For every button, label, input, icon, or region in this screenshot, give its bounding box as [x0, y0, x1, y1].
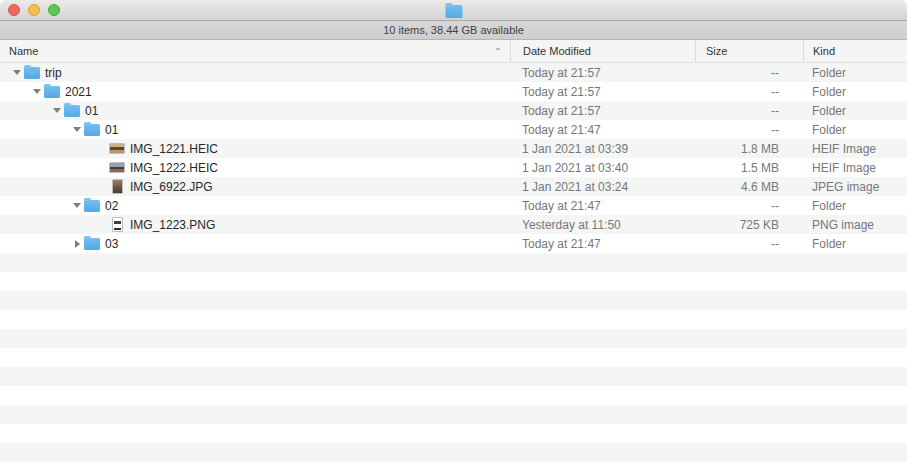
indent-spacer [0, 72, 10, 73]
indent-spacer [0, 186, 95, 187]
folder-icon [84, 236, 100, 252]
size-cell: 4.6 MB [695, 177, 803, 196]
image-thumbnail-icon [109, 160, 125, 176]
date-modified-cell: Today at 21:47 [510, 196, 695, 215]
name-cell: IMG_6922.JPG [0, 177, 510, 196]
column-header-date-modified[interactable]: Date Modified [510, 40, 695, 62]
file-name-label: 03 [105, 237, 118, 251]
kind-cell: Folder [803, 82, 907, 101]
file-name-label: 02 [105, 199, 118, 213]
date-modified-cell: Yesterday at 11:50 [510, 215, 695, 234]
kind-cell: Folder [803, 196, 907, 215]
disclosure-triangle-icon[interactable] [70, 203, 84, 208]
indent-spacer [0, 110, 50, 111]
list-item[interactable]: tripToday at 21:57--Folder [0, 63, 907, 82]
disclosure-triangle-icon[interactable] [50, 108, 64, 113]
kind-cell: Folder [803, 234, 907, 253]
list-item[interactable]: IMG_6922.JPG1 Jan 2021 at 03:244.6 MBJPE… [0, 177, 907, 196]
size-cell: -- [695, 82, 803, 101]
name-cell: IMG_1222.HEIC [0, 158, 510, 177]
file-name-label: IMG_1222.HEIC [130, 161, 218, 175]
indent-spacer [0, 205, 70, 206]
list-item[interactable]: IMG_1222.HEIC1 Jan 2021 at 03:401.5 MBHE… [0, 158, 907, 177]
folder-icon [44, 84, 60, 100]
name-cell: IMG_1223.PNG [0, 215, 510, 234]
indent-spacer [0, 91, 30, 92]
column-headers: Name ⌃ Date Modified Size Kind [0, 40, 907, 63]
title-bar[interactable] [0, 0, 907, 21]
kind-cell: Folder [803, 120, 907, 139]
indent-spacer [0, 129, 70, 130]
name-cell: 01 [0, 101, 510, 120]
kind-cell: PNG image [803, 215, 907, 234]
folder-icon [64, 103, 80, 119]
name-cell: IMG_1221.HEIC [0, 139, 510, 158]
list-item[interactable]: 2021Today at 21:57--Folder [0, 82, 907, 101]
zoom-button[interactable] [48, 4, 60, 16]
proxy-folder-icon[interactable] [445, 5, 462, 18]
close-button[interactable] [8, 4, 20, 16]
name-cell: 03 [0, 234, 510, 253]
name-cell: 01 [0, 120, 510, 139]
sort-ascending-icon: ⌃ [494, 47, 502, 57]
size-cell: -- [695, 63, 803, 82]
image-thumbnail-icon [109, 217, 125, 233]
size-cell: 1.8 MB [695, 139, 803, 158]
indent-spacer [0, 243, 70, 244]
size-cell: 1.5 MB [695, 158, 803, 177]
folder-icon [24, 65, 40, 81]
disclosure-triangle-icon[interactable] [30, 89, 44, 94]
list-item[interactable]: IMG_1223.PNGYesterday at 11:50725 KBPNG … [0, 215, 907, 234]
column-header-kind[interactable]: Kind [803, 40, 907, 62]
folder-icon [445, 5, 462, 18]
status-bar: 10 items, 38.44 GB available [0, 21, 907, 40]
kind-cell: JPEG image [803, 177, 907, 196]
column-header-size[interactable]: Size [695, 40, 803, 62]
date-modified-cell: Today at 21:57 [510, 82, 695, 101]
image-thumbnail-icon [109, 141, 125, 157]
date-modified-cell: 1 Jan 2021 at 03:39 [510, 139, 695, 158]
disclosure-triangle-icon[interactable] [10, 70, 24, 75]
size-cell: -- [695, 196, 803, 215]
file-list: tripToday at 21:57--Folder2021Today at 2… [0, 63, 907, 470]
size-cell: 725 KB [695, 215, 803, 234]
date-modified-cell: Today at 21:57 [510, 63, 695, 82]
kind-cell: Folder [803, 63, 907, 82]
indent-spacer [0, 167, 95, 168]
file-name-label: 01 [85, 104, 98, 118]
folder-icon [84, 122, 100, 138]
traffic-lights [8, 4, 60, 16]
list-item[interactable]: 03Today at 21:47--Folder [0, 234, 907, 253]
date-modified-cell: 1 Jan 2021 at 03:24 [510, 177, 695, 196]
date-modified-cell: Today at 21:57 [510, 101, 695, 120]
image-thumbnail-icon [109, 179, 125, 195]
indent-spacer [0, 148, 95, 149]
column-header-name[interactable]: Name ⌃ [0, 40, 510, 62]
size-cell: -- [695, 101, 803, 120]
list-item[interactable]: 01Today at 21:47--Folder [0, 120, 907, 139]
name-cell: trip [0, 63, 510, 82]
size-cell: -- [695, 234, 803, 253]
finder-window: 10 items, 38.44 GB available Name ⌃ Date… [0, 0, 907, 470]
date-modified-cell: 1 Jan 2021 at 03:40 [510, 158, 695, 177]
disclosure-triangle-icon[interactable] [70, 240, 84, 248]
date-modified-cell: Today at 21:47 [510, 120, 695, 139]
size-cell: -- [695, 120, 803, 139]
disclosure-triangle-icon[interactable] [70, 127, 84, 132]
kind-cell: Folder [803, 101, 907, 120]
date-modified-cell: Today at 21:47 [510, 234, 695, 253]
status-text: 10 items, 38.44 GB available [383, 24, 524, 36]
kind-cell: HEIF Image [803, 158, 907, 177]
folder-icon [84, 198, 100, 214]
indent-spacer [0, 224, 95, 225]
file-name-label: IMG_1221.HEIC [130, 142, 218, 156]
minimize-button[interactable] [28, 4, 40, 16]
file-name-label: 01 [105, 123, 118, 137]
list-item[interactable]: 01Today at 21:57--Folder [0, 101, 907, 120]
list-item[interactable]: 02Today at 21:47--Folder [0, 196, 907, 215]
kind-cell: HEIF Image [803, 139, 907, 158]
list-item[interactable]: IMG_1221.HEIC1 Jan 2021 at 03:391.8 MBHE… [0, 139, 907, 158]
name-cell: 2021 [0, 82, 510, 101]
file-name-label: 2021 [65, 85, 92, 99]
file-name-label: trip [45, 66, 62, 80]
